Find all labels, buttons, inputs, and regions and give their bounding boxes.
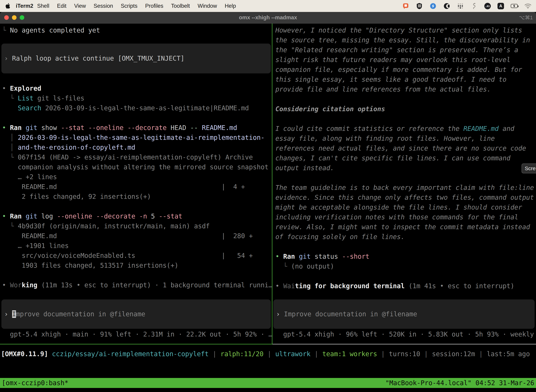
tmux-host-clock: "MacBook-Pro-44.local" 04:52 31-Mar-26 [385, 378, 534, 388]
terminal-line: gpt-5.4 xhigh · 96% left · 520K in · 5.8… [275, 330, 536, 339]
minimize-button[interactable] [12, 15, 17, 20]
shield-grid-icon[interactable] [416, 2, 423, 9]
terminal-line: │ and-the-erosion-of-copyleft.md [2, 143, 272, 152]
close-button[interactable] [4, 15, 9, 20]
terminal-line: The team guideline is to back every impo… [275, 183, 536, 193]
right-session-status: gpt-5.4 xhigh · 96% left · 520K in · 5.8… [275, 330, 536, 339]
omx-status-line: [OMX#0.11.9] cczip/essay/ai-reimplementa… [1, 349, 536, 359]
blue-bolt-icon[interactable] [429, 2, 436, 9]
menu-item-window[interactable]: Window [198, 3, 217, 9]
menu-item-toolbelt[interactable]: Toolbelt [171, 3, 190, 9]
terminal-line: of focusing solely on file lines. [275, 232, 536, 242]
tmux-status-bar: [omx-cczip0:bash* "MacBook-Pro-44.local"… [0, 378, 536, 388]
left-pane-transcript: • Explored └ List git ls-files Search 20… [2, 84, 272, 290]
right-pane-border [273, 344, 536, 344]
menu-item-edit[interactable]: Edit [57, 3, 66, 9]
battery-charging-icon[interactable] [511, 2, 518, 9]
traffic-lights [4, 12, 24, 23]
terminal-line: essay file, along with finding root file… [275, 134, 536, 144]
chat-notification-icon[interactable] [402, 2, 409, 9]
terminal-line: references need actual files, and since … [275, 144, 536, 153]
terminal-line: │ 2026-03-09-is-legal-the-same-as-legiti… [2, 133, 272, 143]
omx-status-text: [OMX#0.11.9] cczip/essay/ai-reimplementa… [1, 349, 536, 359]
badge-61-icon[interactable]: ..61 [484, 3, 491, 9]
terminal-line [275, 173, 536, 183]
terminal-line: • Explored [2, 84, 272, 93]
terminal-line: the "Related research writing" section i… [275, 45, 536, 55]
left-pane-agents-note: └ No agents completed yet [2, 25, 100, 35]
active-app-name[interactable]: iTerm2 [16, 3, 33, 9]
apple-logo-icon[interactable] [5, 2, 12, 9]
terminal-line [275, 242, 536, 252]
menu-item-shell[interactable]: Shell [37, 3, 49, 9]
terminal-line: 1903 files changed, 513517 insertions(+) [2, 261, 272, 271]
crescent-icon[interactable] [443, 2, 450, 9]
terminal-content: └ No agents completed yet › Ralph loop a… [0, 23, 536, 392]
terminal-line: gpt-5.4 xhigh · main · 91% left · 2.31M … [2, 330, 273, 339]
terminal-line: review. Also, I might want to inspect th… [275, 222, 536, 232]
terminal-line: └ List git ls-files [2, 93, 272, 103]
wifi-icon[interactable] [524, 2, 531, 9]
terminal-line: provide file and line references from th… [275, 84, 536, 94]
terminal-line: … +1901 lines [2, 241, 272, 251]
terminal-line [275, 271, 536, 281]
terminal-line: └ No agents completed yet [2, 25, 100, 35]
ralph-loop-message-box: › Ralph loop active continue [OMX_TMUX_I… [1, 44, 271, 73]
menu-item-view[interactable]: View [74, 3, 86, 9]
menu-item-profiles[interactable]: Profiles [145, 3, 163, 9]
terminal-line: changes, I can't cite specific file line… [275, 153, 536, 163]
menu-item-session[interactable]: Session [94, 3, 113, 9]
left-prompt-text: › Improve documentation in @filename [4, 309, 145, 319]
terminal-line: the source tree, missing the essay. Stil… [275, 35, 536, 45]
terminal-line: including verification notes with those … [275, 212, 536, 222]
terminal-line: • Ran git log --oneline --decorate -n 5 … [2, 211, 272, 221]
terminal-line: I could cite commit statistics or refere… [275, 124, 536, 134]
terminal-line [275, 114, 536, 124]
terminal-line: • Ran git status --short [275, 252, 536, 261]
screen-overlay-button[interactable]: Scre [522, 163, 536, 173]
right-prompt-input[interactable]: › Improve documentation in @filename [273, 299, 535, 329]
terminal-line: However, I noticed the "Directory Struct… [275, 25, 536, 35]
terminal-line [2, 271, 272, 280]
terminal-line: 2 files changed, 92 insertions(+) [2, 192, 272, 202]
menu-bar-status-area: ..61 A [402, 2, 531, 9]
left-session-status: gpt-5.4 xhigh · main · 91% left · 2.31M … [2, 330, 273, 339]
dots-grid-icon[interactable] [457, 2, 464, 9]
terminal-line: README.md | 4 + [2, 182, 272, 192]
terminal-line: Considering citation options [275, 104, 536, 114]
terminal-line: evidence. Since this change only affects… [275, 193, 536, 202]
terminal-line: this single essay, it seems like a good … [275, 75, 536, 84]
left-prompt-input[interactable]: › Improve documentation in @filename [1, 299, 271, 329]
right-prompt-text: › Improve documentation in @filename [276, 309, 417, 319]
menu-item-scripts[interactable]: Scripts [121, 3, 138, 9]
left-pane-border [0, 344, 273, 344]
ralph-loop-message: › Ralph loop active continue [OMX_TMUX_I… [4, 54, 184, 63]
menu-bar-items: ShellEditViewSessionScriptsProfilesToolb… [37, 3, 236, 9]
window-title: omx --xhigh --madmax [239, 14, 297, 21]
terminal-line [2, 202, 272, 211]
terminal-line: └ 067f154 (HEAD -> essay/ai-reimplementa… [2, 152, 272, 162]
terminal-line: README.md | 280 + [2, 231, 272, 241]
terminal-line: └ 4b9d30f (origin/main, instructkr/main,… [2, 221, 272, 231]
right-pane-transcript: However, I noticed the "Directory Struct… [275, 25, 536, 291]
assistant-app-icon[interactable]: A [498, 3, 504, 9]
terminal-line: … +2 lines [2, 172, 272, 182]
menu-item-help[interactable]: Help [225, 3, 236, 9]
terminal-line [275, 94, 536, 104]
macos-menu-bar: iTerm2 ShellEditViewSessionScriptsProfil… [0, 0, 536, 12]
window-title-bar: omx --xhigh --madmax ⌥⌘1 [0, 12, 536, 23]
terminal-line [2, 113, 272, 123]
terminal-line: • Working (11m 13s • esc to interrupt) ·… [2, 280, 272, 290]
terminal-line: companion analysis without altering the … [2, 162, 272, 172]
terminal-line: └ (no output) [275, 261, 536, 271]
terminal-line: output instead. [275, 163, 536, 173]
terminal-line: might be acceptable alongside the file l… [275, 202, 536, 212]
pane-divider[interactable] [272, 23, 273, 344]
terminal-line: companion file, especially if more comme… [275, 65, 536, 75]
terminal-line: slight risk that future readers may over… [275, 55, 536, 65]
terminal-line: src/voice/voiceModeEnabled.ts | 54 + [2, 251, 272, 261]
window-shortcut: ⌥⌘1 [519, 14, 533, 21]
zoom-button[interactable] [20, 15, 24, 20]
seahorse-icon[interactable] [471, 2, 478, 9]
tmux-session-label: [omx-cczip0:bash* [2, 378, 68, 388]
